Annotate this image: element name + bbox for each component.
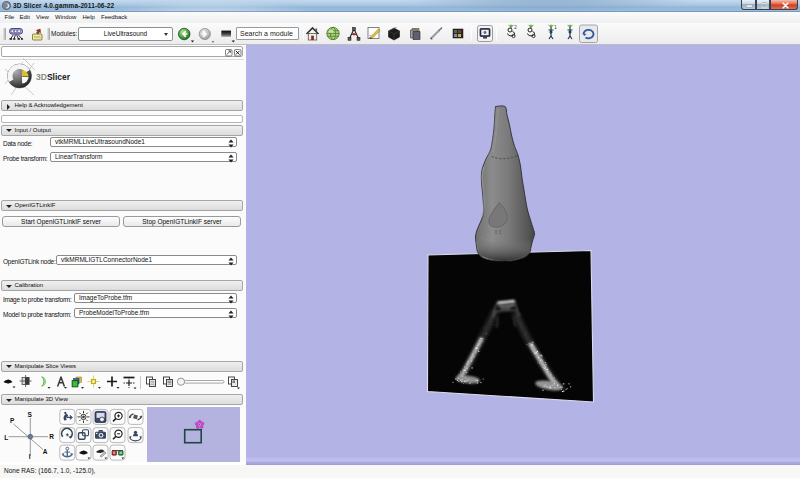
svg-text:2: 2 <box>514 25 517 30</box>
svg-text:I: I <box>29 453 31 460</box>
svg-text:3DSlicer: 3DSlicer <box>36 72 71 82</box>
svg-text:L: L <box>4 434 8 441</box>
svg-text:P: P <box>10 417 15 424</box>
svg-text:A: A <box>43 448 48 455</box>
svg-text:R: R <box>49 433 54 440</box>
svg-text:1: 1 <box>554 25 557 30</box>
svg-text:S: S <box>28 411 33 418</box>
